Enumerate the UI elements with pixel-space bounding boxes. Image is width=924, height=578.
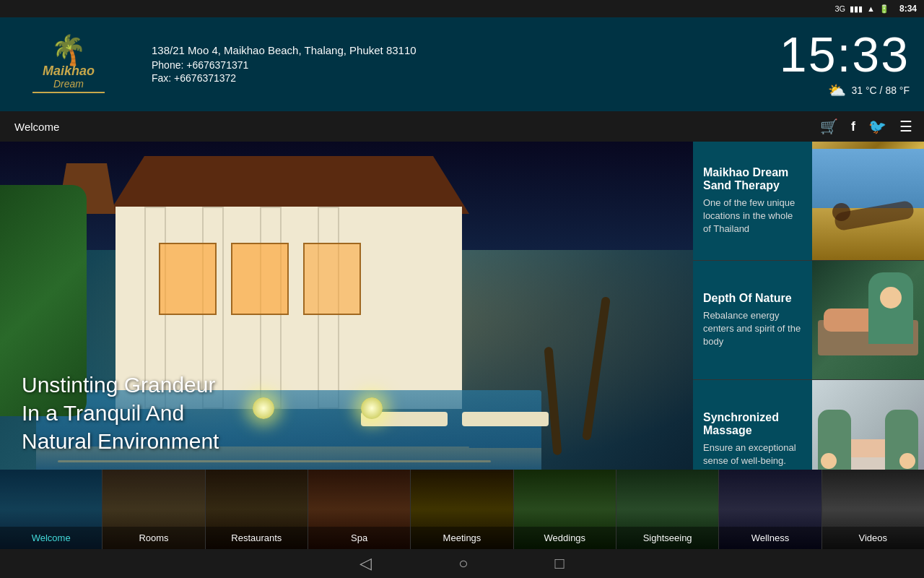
logo: 🌴 Maikhao Dream (25, 25, 112, 104)
wifi-icon: ▲ (867, 4, 875, 13)
nav-item-wellness[interactable]: Wellness (719, 470, 821, 549)
back-button[interactable]: ◁ (359, 554, 372, 573)
clock-area: 15:33 ⛅ 31 °C / 88 °F (722, 22, 924, 106)
service-card-sand-therapy[interactable]: Maikhao Dream Sand Therapy One of the fe… (693, 142, 924, 261)
service-thumb-sand (812, 142, 924, 260)
signal-icon: 3G (834, 4, 845, 13)
globe-light-1 (253, 397, 274, 419)
service-card-text-nature: Depth Of Nature Rebalance energy centers… (693, 261, 812, 379)
logo-area: 🌴 Maikhao Dream (0, 17, 137, 111)
nav-label-meetings: Meetings (411, 527, 513, 549)
hero-line1: Unstinting Grandeur (22, 371, 219, 399)
status-bar: 3G ▮▮▮ ▲ 🔋 8:34 (0, 0, 924, 17)
service-card-depth-nature[interactable]: Depth Of Nature Rebalance energy centers… (693, 261, 924, 380)
main-area: Unstinting Grandeur In a Tranquil And Na… (0, 142, 924, 499)
nav-welcome-label: Welcome (0, 121, 74, 133)
window-2 (231, 243, 289, 315)
logo-underline (32, 92, 105, 93)
service-desc-sand: One of the few unique locations in the w… (703, 197, 802, 236)
bottom-nav: Welcome Rooms Restaurants Spa Meetings W… (0, 470, 924, 549)
window-1 (159, 243, 217, 315)
system-bar: ◁ ○ □ (0, 549, 924, 578)
facebook-icon[interactable]: f (851, 119, 855, 134)
nav-item-spa[interactable]: Spa (308, 470, 411, 549)
cart-icon[interactable]: 🛒 (820, 118, 838, 135)
hero-line2: In a Tranquil And (22, 399, 219, 427)
nav-item-weddings[interactable]: Weddings (514, 470, 616, 549)
phone-text: Phone: +6676371371 (152, 59, 707, 71)
service-card-text-sand: Maikhao Dream Sand Therapy One of the fe… (693, 142, 812, 260)
villa-roof (108, 156, 469, 214)
globe-light-2 (361, 397, 383, 419)
hero-section: Unstinting Grandeur In a Tranquil And Na… (0, 142, 693, 499)
nav-item-welcome[interactable]: Welcome (0, 470, 103, 549)
address-text: 138/21 Moo 4, Maikhao Beach, Thalang, Ph… (152, 44, 707, 56)
hero-text: Unstinting Grandeur In a Tranquil And Na… (22, 371, 219, 455)
nav-bar: Welcome 🛒 f 🐦 ☰ (0, 111, 924, 142)
nav-label-spa: Spa (308, 527, 410, 549)
battery-icon: 🔋 (879, 4, 889, 14)
service-desc-sync: Ensure an exceptional sense of well-bein… (703, 441, 802, 467)
service-desc-nature: Rebalance energy centers and spirit of t… (703, 309, 802, 349)
nav-item-videos[interactable]: Videos (822, 470, 924, 549)
weather-row: ⛅ 31 °C / 88 °F (828, 82, 910, 99)
hero-line3: Natural Environment (22, 427, 219, 455)
nav-label-wellness: Wellness (719, 527, 821, 549)
service-thumb-nature (812, 261, 924, 379)
nav-label-rooms: Rooms (103, 527, 204, 549)
right-panel: Maikhao Dream Sand Therapy One of the fe… (693, 142, 924, 499)
logo-palm-icon: 🌴 (51, 35, 87, 64)
contact-area: 138/21 Moo 4, Maikhao Beach, Thalang, Ph… (137, 33, 722, 96)
fax-text: Fax: +6676371372 (152, 72, 707, 84)
nav-icons: 🛒 f 🐦 ☰ (820, 118, 924, 135)
logo-text-maikhao: Maikhao (43, 64, 95, 79)
status-time: 8:34 (899, 4, 917, 14)
nav-label-sightseeing: Sightseeing (616, 527, 718, 549)
menu-icon[interactable]: ☰ (899, 118, 912, 135)
weather-text: 31 °C / 88 °F (852, 85, 910, 96)
lounge-2 (462, 412, 549, 426)
signal-bars: ▮▮▮ (850, 4, 863, 14)
nav-label-welcome: Welcome (0, 527, 102, 549)
recent-apps-button[interactable]: □ (555, 554, 565, 573)
service-title-sand: Maikhao Dream Sand Therapy (703, 166, 802, 192)
header: 🌴 Maikhao Dream 138/21 Moo 4, Maikhao Be… (0, 17, 924, 111)
twitter-icon[interactable]: 🐦 (868, 118, 886, 135)
clock-display: 15:33 (780, 30, 910, 79)
service-title-sync: Synchronized Massage (703, 411, 802, 437)
home-button[interactable]: ○ (458, 554, 468, 573)
nav-item-restaurants[interactable]: Restaurants (206, 470, 308, 549)
nav-label-weddings: Weddings (514, 527, 616, 549)
nav-item-sightseeing[interactable]: Sightseeing (616, 470, 719, 549)
nav-item-rooms[interactable]: Rooms (103, 470, 205, 549)
window-3 (303, 243, 361, 315)
logo-text-dream: Dream (53, 79, 84, 90)
nav-label-restaurants: Restaurants (206, 527, 308, 549)
service-title-nature: Depth Of Nature (703, 292, 802, 305)
pool-ripple-1 (58, 460, 491, 462)
palm-2 (549, 347, 557, 455)
nav-label-videos: Videos (822, 527, 924, 549)
cloud-icon: ⛅ (828, 82, 846, 99)
nav-item-meetings[interactable]: Meetings (411, 470, 513, 549)
palm-1 (592, 296, 601, 441)
